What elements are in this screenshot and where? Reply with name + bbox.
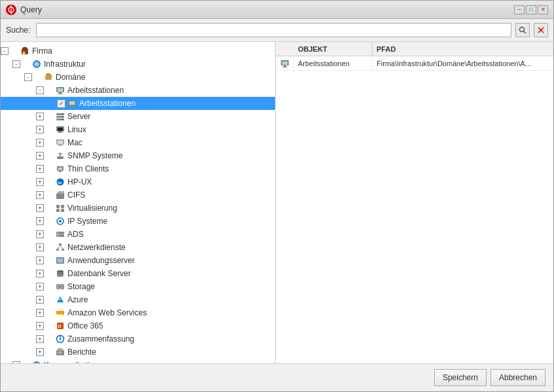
tree-item-arbeitstationen[interactable]: -Arbeitsstationen <box>1 84 275 97</box>
tree-node-icon: hp <box>55 177 65 187</box>
tree-item-hpux[interactable]: +hpHP-UX <box>1 175 275 188</box>
tree-item-snmp[interactable]: +SNMP Systeme <box>1 149 275 162</box>
tree-expand-btn[interactable]: + <box>36 322 44 330</box>
svg-text:O: O <box>58 324 62 329</box>
tree-expand-btn[interactable]: + <box>36 152 44 160</box>
tree-node-icon <box>55 124 65 135</box>
tree-expand-btn[interactable]: + <box>36 139 44 147</box>
svg-rect-44 <box>56 194 64 199</box>
clear-button[interactable] <box>534 23 548 37</box>
tree-expand-btn[interactable]: + <box>36 283 44 291</box>
table-row[interactable]: ArbeitsstationenFirma\Infrastruktur\Domä… <box>276 56 553 71</box>
tree-node-icon <box>55 203 65 213</box>
tree-item-domain[interactable]: -Domäne <box>1 71 275 84</box>
tree-expand-btn[interactable]: + <box>36 348 44 356</box>
tree-item-virtual[interactable]: +Virtualisierung <box>1 202 275 215</box>
tree-item-label: Thin Clients <box>67 164 109 173</box>
svg-text:hp: hp <box>58 181 62 185</box>
tree-node-icon <box>55 255 65 266</box>
tree-node-icon <box>55 85 65 96</box>
tree-node-icon <box>55 216 65 226</box>
svg-rect-82 <box>282 62 287 65</box>
tree-item-o365[interactable]: +OOffice 365 <box>1 319 275 332</box>
tree-node-icon: O <box>55 321 65 331</box>
tree-item-label: ADS <box>67 230 84 239</box>
tree-expand-btn[interactable]: + <box>36 191 44 199</box>
window-title: Query <box>20 5 514 14</box>
tree-item-thinclient[interactable]: +Thin Clients <box>1 162 275 175</box>
tree-expand-btn[interactable]: + <box>36 217 44 225</box>
table-cell-objekt: Arbeitsstationen <box>294 56 373 70</box>
minimize-button[interactable]: ─ <box>514 5 525 14</box>
tree-expand-btn[interactable]: + <box>36 296 44 304</box>
close-button[interactable]: ✕ <box>538 5 548 14</box>
tree-item-ip[interactable]: +IP Systeme <box>1 215 275 228</box>
tree-expand-btn[interactable]: + <box>36 270 44 277</box>
tree-item-label: Arbeitsstationen <box>67 86 124 95</box>
tree-node-icon <box>55 190 65 200</box>
tree-item-reports[interactable]: +Berichte <box>1 346 275 359</box>
svg-rect-45 <box>56 205 60 208</box>
table-cell-pfad: Firma\Infrastruktur\Domäne\Arbeitsstatio… <box>373 56 553 70</box>
tree-item-linux[interactable]: +Linux <box>1 123 275 136</box>
tree-item-comm[interactable]: +Kommunikation <box>1 359 275 363</box>
tree-expand-btn[interactable]: + <box>36 113 44 120</box>
svg-rect-83 <box>284 65 286 67</box>
tree-item-db[interactable]: +Datenbank Server <box>1 267 275 280</box>
cancel-button[interactable]: Abbrechen <box>490 369 545 386</box>
tree-item-infra[interactable]: -Infrastruktur <box>1 58 275 71</box>
svg-rect-35 <box>58 145 62 146</box>
tree-item-network[interactable]: +Netzwerkdienste <box>1 241 275 254</box>
tree-item-appserver[interactable]: +Anwendungsserver <box>1 254 275 267</box>
tree-expand-btn[interactable]: + <box>36 257 44 264</box>
tree-item-ads[interactable]: +ADS <box>1 228 275 241</box>
svg-rect-32 <box>58 132 62 133</box>
tree-expand-btn[interactable]: - <box>12 60 20 68</box>
tree-expand-btn[interactable]: + <box>36 243 44 251</box>
tree-item-mac[interactable]: +Mac <box>1 136 275 149</box>
svg-rect-55 <box>59 243 62 245</box>
tree-item-cifs[interactable]: +CIFS <box>1 188 275 202</box>
svg-rect-47 <box>56 209 60 212</box>
maximize-button[interactable]: □ <box>526 5 536 14</box>
tree-item-label: Zusammenfassung <box>67 334 134 344</box>
tree-item-storage[interactable]: +Storage <box>1 280 275 293</box>
tree-item-aws[interactable]: +awsAmazon Web Services <box>1 306 275 319</box>
tree-expand-btn[interactable]: - <box>24 73 32 81</box>
search-bar: Suche: <box>1 19 553 42</box>
tree-node-icon <box>31 59 42 69</box>
tree-node-icon <box>43 72 54 82</box>
tree-expand-btn[interactable]: + <box>36 335 44 343</box>
tree-expand-btn[interactable]: - <box>36 86 44 94</box>
table-row-icon <box>276 56 294 70</box>
svg-rect-57 <box>62 249 64 251</box>
search-button[interactable] <box>515 23 530 37</box>
svg-rect-75 <box>58 348 63 351</box>
tree-node-icon <box>55 281 65 292</box>
tree-container[interactable]: -Firma-Infrastruktur-Domäne-Arbeitsstati… <box>1 42 275 363</box>
tree-item-azure[interactable]: +Azure <box>1 293 275 306</box>
tree-checkbox[interactable] <box>57 99 65 108</box>
tree-expand-btn[interactable]: + <box>36 165 44 173</box>
tree-expand-btn[interactable]: + <box>36 204 44 212</box>
search-icon <box>519 26 526 34</box>
tree-item-server[interactable]: +Server <box>1 110 275 123</box>
svg-rect-41 <box>59 171 62 172</box>
tree-node-icon <box>55 334 65 344</box>
svg-line-58 <box>58 245 60 249</box>
tree-expand-btn[interactable]: + <box>36 126 44 134</box>
tree-expand-btn[interactable]: + <box>36 230 44 238</box>
tree-item-summary[interactable]: +Zusammenfassung <box>1 332 275 346</box>
search-input[interactable] <box>36 23 511 37</box>
svg-text:aws: aws <box>57 313 62 316</box>
save-button[interactable]: Speichern <box>434 369 487 386</box>
tree-expand-btn[interactable]: + <box>36 178 44 186</box>
tree-expand-btn[interactable]: + <box>36 309 44 317</box>
tree-item-arbeitstationen2[interactable]: Arbeitsstationen <box>1 97 275 110</box>
svg-line-4 <box>524 31 526 33</box>
table-body: ArbeitsstationenFirma\Infrastruktur\Domä… <box>276 56 553 71</box>
tree-node-icon <box>55 347 65 357</box>
tree-expand-btn[interactable]: - <box>1 47 9 55</box>
tree-item-firma[interactable]: -Firma <box>1 45 275 58</box>
svg-rect-56 <box>56 249 59 251</box>
